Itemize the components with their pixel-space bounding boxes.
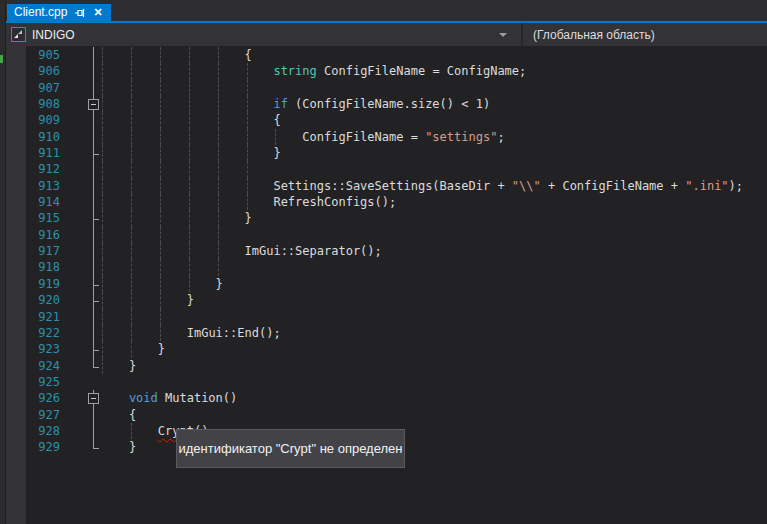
code-line-row[interactable]: 920}	[0, 292, 767, 308]
indent-guide	[218, 259, 219, 275]
code-text[interactable]: }	[158, 341, 165, 357]
line-number[interactable]: 917	[28, 243, 60, 259]
indent-guide	[131, 80, 132, 96]
code-text[interactable]: {	[129, 407, 136, 423]
indent-guide	[102, 112, 103, 128]
code-text[interactable]: RefreshConfigs();	[273, 194, 396, 210]
outline-region-end	[93, 301, 99, 302]
line-number[interactable]: 924	[28, 358, 60, 374]
outline-line	[93, 80, 94, 96]
line-number[interactable]: 926	[28, 390, 60, 406]
line-number[interactable]: 906	[28, 63, 60, 79]
line-number[interactable]: 908	[28, 96, 60, 112]
line-number[interactable]: 928	[28, 423, 60, 439]
indent-guide	[160, 145, 161, 161]
line-number[interactable]: 918	[28, 259, 60, 275]
code-text[interactable]: ConfigFileName = "settings";	[302, 129, 504, 145]
line-number[interactable]: 915	[28, 210, 60, 226]
outline-line	[93, 47, 94, 63]
code-text[interactable]: string ConfigFileName = ConfigName;	[273, 63, 526, 79]
project-dropdown[interactable]: INDIGO	[5, 23, 521, 46]
line-number[interactable]: 920	[28, 292, 60, 308]
code-line-row[interactable]: 919}	[0, 276, 767, 292]
code-line-row[interactable]: 927{	[0, 407, 767, 423]
line-number[interactable]: 911	[28, 145, 60, 161]
code-line-row[interactable]: 917ImGui::Separator();	[0, 243, 767, 259]
code-text[interactable]: {	[273, 112, 280, 128]
indent-guide	[160, 259, 161, 275]
code-line-row[interactable]: 909{	[0, 112, 767, 128]
indent-guide	[160, 63, 161, 79]
code-text[interactable]: }	[216, 276, 223, 292]
line-number[interactable]: 907	[28, 80, 60, 96]
code-segment: }	[273, 146, 280, 160]
scope-dropdown[interactable]: (Глобальная область)	[523, 23, 767, 46]
code-line-row[interactable]: 915}	[0, 210, 767, 226]
line-number[interactable]: 929	[28, 439, 60, 455]
code-line-row[interactable]: 912	[0, 161, 767, 177]
code-line-row[interactable]: 918	[0, 259, 767, 275]
code-line-row[interactable]: 914RefreshConfigs();	[0, 194, 767, 210]
indent-guide	[160, 276, 161, 292]
code-text[interactable]: ImGui::End();	[187, 325, 281, 341]
close-icon[interactable]: ✕	[93, 4, 102, 21]
fold-collapse-toggle[interactable]	[88, 99, 99, 110]
code-editor[interactable]: 905{906string ConfigFileName = ConfigNam…	[0, 47, 767, 456]
code-text[interactable]: }	[273, 145, 280, 161]
line-number[interactable]: 927	[28, 407, 60, 423]
line-number[interactable]: 916	[28, 227, 60, 243]
code-text[interactable]: if (ConfigFileName.size() < 1)	[273, 96, 490, 112]
code-line-row[interactable]: 913Settings::SaveSettings(BaseDir + "\\"…	[0, 178, 767, 194]
code-line-row[interactable]: 906string ConfigFileName = ConfigName;	[0, 63, 767, 79]
code-segment: }	[129, 440, 136, 454]
code-text[interactable]: }	[129, 439, 136, 455]
outline-line	[93, 243, 94, 259]
line-number[interactable]: 923	[28, 341, 60, 357]
indent-guide	[218, 243, 219, 259]
line-number[interactable]: 910	[28, 129, 60, 145]
line-number[interactable]: 922	[28, 325, 60, 341]
indent-guide	[160, 96, 161, 112]
code-line-row[interactable]: 922ImGui::End();	[0, 325, 767, 341]
code-line-row[interactable]: 905{	[0, 47, 767, 63]
line-number[interactable]: 919	[28, 276, 60, 292]
code-text[interactable]: void Mutation()	[129, 390, 237, 406]
code-line-row[interactable]: 923}	[0, 341, 767, 357]
code-text[interactable]: }	[187, 292, 194, 308]
line-number[interactable]: 905	[28, 47, 60, 63]
code-line-row[interactable]: 910ConfigFileName = "settings";	[0, 129, 767, 145]
chevron-down-icon[interactable]	[499, 33, 507, 37]
line-number[interactable]: 925	[28, 374, 60, 390]
code-line-row[interactable]: 911}	[0, 145, 767, 161]
tab-client-cpp[interactable]: Client.cpp ✕	[7, 4, 111, 21]
indent-guide	[160, 292, 161, 308]
fold-collapse-toggle[interactable]	[88, 393, 99, 404]
code-text[interactable]: ImGui::Separator();	[245, 243, 382, 259]
line-number[interactable]: 909	[28, 112, 60, 128]
code-segment: + ConfigFileName +	[541, 179, 686, 193]
line-number[interactable]: 912	[28, 161, 60, 177]
tab-label: Client.cpp	[14, 4, 67, 21]
indent-guide	[189, 80, 190, 96]
code-line-row[interactable]: 921	[0, 309, 767, 325]
code-segment: string	[273, 64, 316, 78]
code-text[interactable]: }	[129, 358, 136, 374]
code-line-row[interactable]: 924}	[0, 358, 767, 374]
code-segment: Settings::SaveSettings(BaseDir +	[273, 179, 511, 193]
line-number[interactable]: 913	[28, 178, 60, 194]
indent-guide	[189, 259, 190, 275]
code-line-row[interactable]: 925	[0, 374, 767, 390]
code-line-row[interactable]: 908if (ConfigFileName.size() < 1)	[0, 96, 767, 112]
code-line-row[interactable]: 926void Mutation()	[0, 390, 767, 406]
line-number[interactable]: 921	[28, 309, 60, 325]
outline-region-end	[93, 285, 99, 286]
indent-guide	[102, 341, 103, 357]
code-line-row[interactable]: 907	[0, 80, 767, 96]
line-number[interactable]: 914	[28, 194, 60, 210]
pin-icon[interactable]	[74, 7, 86, 19]
code-text[interactable]: {	[245, 47, 252, 63]
indent-guide	[189, 96, 190, 112]
code-text[interactable]: }	[245, 210, 252, 226]
code-text[interactable]: Settings::SaveSettings(BaseDir + "\\" + …	[273, 178, 743, 194]
code-line-row[interactable]: 916	[0, 227, 767, 243]
